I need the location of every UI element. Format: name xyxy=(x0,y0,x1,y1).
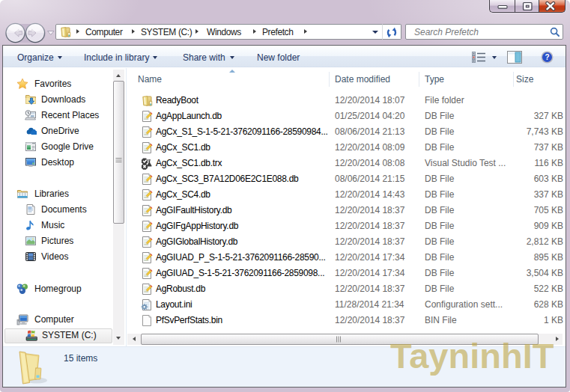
svg-text:?: ? xyxy=(545,53,549,61)
